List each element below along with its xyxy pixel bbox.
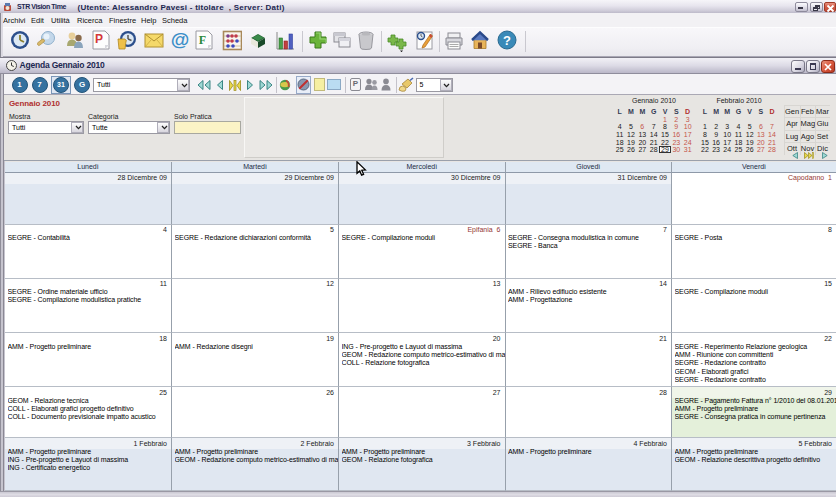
svg-text:F: F [199,33,206,47]
svg-text:@: @ [171,30,190,50]
svg-text:P: P [95,32,103,46]
svg-text:?: ? [503,33,511,48]
